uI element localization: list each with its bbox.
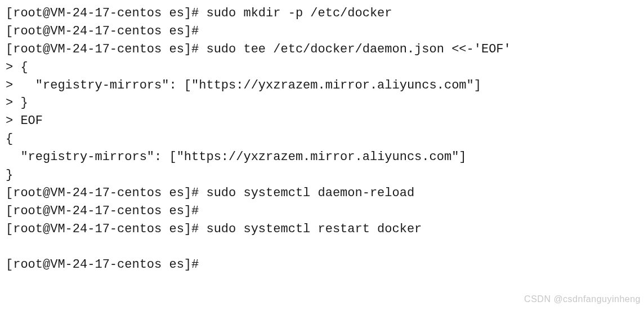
terminal-line: [root@VM-24-17-centos es]# sudo systemct…	[6, 184, 638, 202]
terminal-blank-line	[6, 238, 638, 256]
terminal-line: > {	[6, 59, 638, 77]
terminal-line: > "registry-mirrors": ["https://yxzrazem…	[6, 77, 638, 95]
terminal-line: {	[6, 130, 638, 148]
terminal-line: [root@VM-24-17-centos es]#	[6, 256, 638, 274]
terminal-line: "registry-mirrors": ["https://yxzrazem.m…	[6, 148, 638, 166]
terminal-line: }	[6, 166, 638, 184]
terminal-line: [root@VM-24-17-centos es]# sudo mkdir -p…	[6, 5, 638, 23]
terminal-line: > EOF	[6, 112, 638, 130]
terminal-line: > }	[6, 94, 638, 112]
terminal-line: [root@VM-24-17-centos es]# sudo tee /etc…	[6, 41, 638, 59]
terminal-line: [root@VM-24-17-centos es]#	[6, 23, 638, 41]
terminal-line: [root@VM-24-17-centos es]# sudo systemct…	[6, 220, 638, 238]
terminal-line: [root@VM-24-17-centos es]#	[6, 202, 638, 220]
watermark-text: CSDN @csdnfanguyinheng	[524, 293, 641, 305]
terminal-output[interactable]: [root@VM-24-17-centos es]# sudo mkdir -p…	[6, 5, 638, 274]
